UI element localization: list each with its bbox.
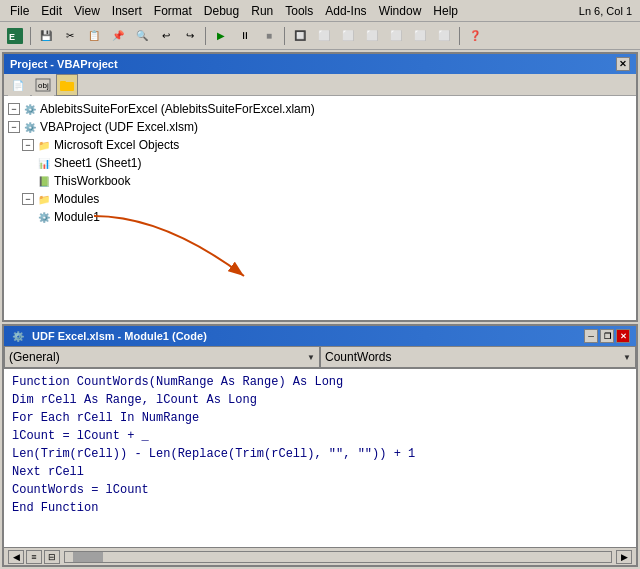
toolbar-excel-icon[interactable]: E <box>4 25 26 47</box>
toolbar-undo-btn[interactable]: ↪ <box>179 25 201 47</box>
horizontal-scrollbar[interactable] <box>64 551 612 563</box>
menu-help[interactable]: Help <box>427 2 464 20</box>
toolbar-paste-btn[interactable]: 📌 <box>107 25 129 47</box>
toolbar-callstack-btn[interactable]: ⬜ <box>433 25 455 47</box>
tree-item-sheet1[interactable]: 📊 Sheet1 (Sheet1) <box>6 154 634 172</box>
menu-window[interactable]: Window <box>373 2 428 20</box>
svg-text:E: E <box>9 32 15 42</box>
code-line-6: Next rCell <box>12 463 628 481</box>
svg-text:obj: obj <box>38 81 49 90</box>
menu-addins[interactable]: Add-Ins <box>319 2 372 20</box>
toolbar-step-btn[interactable]: ⬜ <box>313 25 335 47</box>
menu-tools[interactable]: Tools <box>279 2 319 20</box>
project-panel-title: Project - VBAProject <box>10 58 118 70</box>
line-col-indicator: Ln 6, Col 1 <box>579 5 636 17</box>
toolbar-step-out-btn[interactable]: ⬜ <box>361 25 383 47</box>
tree-label-modules: Modules <box>54 192 99 206</box>
menu-debug[interactable]: Debug <box>198 2 245 20</box>
tree-item-msexcelobjects[interactable]: − 📁 Microsoft Excel Objects <box>6 136 634 154</box>
toolbar-save-btn[interactable]: 💾 <box>35 25 57 47</box>
code-panel-title: UDF Excel.xlsm - Module1 (Code) <box>32 330 207 342</box>
menu-bar: File Edit View Insert Format Debug Run T… <box>0 0 640 22</box>
gear-icon-ablebitssuite: ⚙️ <box>22 101 38 117</box>
code-line-8: End Function <box>12 499 628 517</box>
code-minimize-btn[interactable]: ─ <box>584 329 598 343</box>
menu-file[interactable]: File <box>4 2 35 20</box>
tree-label-thisworkbook: ThisWorkbook <box>54 174 130 188</box>
toolbar-cut-btn[interactable]: ✂ <box>59 25 81 47</box>
countwords-selector-arrow: ▼ <box>623 353 631 362</box>
toolbar-step-over-btn[interactable]: ⬜ <box>337 25 359 47</box>
toolbar-pause-btn[interactable]: ⏸ <box>234 25 256 47</box>
svg-rect-7 <box>60 81 66 85</box>
toolbar-sep-2 <box>205 27 206 45</box>
menu-format[interactable]: Format <box>148 2 198 20</box>
svg-text:📄: 📄 <box>12 79 25 92</box>
code-panel-title-bar: ⚙️ UDF Excel.xlsm - Module1 (Code) ─ ❐ ✕ <box>4 326 636 346</box>
toolbar-sep-1 <box>30 27 31 45</box>
view-code-btn[interactable]: 📄 <box>8 74 30 96</box>
toolbar-run-btn[interactable]: ▶ <box>210 25 232 47</box>
toolbar-help-btn[interactable]: ❓ <box>464 25 486 47</box>
folder-icon-msexcelobjects: 📁 <box>36 137 52 153</box>
toggle-folders-btn[interactable] <box>56 74 78 96</box>
toolbar-sep-3 <box>284 27 285 45</box>
horizontal-scrollbar-thumb <box>73 552 103 562</box>
toolbar-redo-btn[interactable]: ↩ <box>155 25 177 47</box>
view-object-btn[interactable]: obj <box>32 74 54 96</box>
folder-icon-modules: 📁 <box>36 191 52 207</box>
countwords-selector[interactable]: CountWords ▼ <box>320 346 636 368</box>
tree-label-module1: Module1 <box>54 210 100 224</box>
code-line-4: lCount = lCount + _ <box>12 427 628 445</box>
scroll-right-btn[interactable]: ▶ <box>616 550 632 564</box>
project-panel: Project - VBAProject ✕ 📄 obj − ⚙️ Ablebi… <box>2 52 638 322</box>
gear-icon-vbaproject: ⚙️ <box>22 119 38 135</box>
tree-item-modules[interactable]: − 📁 Modules <box>6 190 634 208</box>
menu-run[interactable]: Run <box>245 2 279 20</box>
tree-item-module1[interactable]: ⚙️ Module1 <box>6 208 634 226</box>
expand-vbaproject[interactable]: − <box>8 121 20 133</box>
project-panel-toolbar: 📄 obj <box>4 74 636 96</box>
countwords-selector-text: CountWords <box>325 350 623 364</box>
expand-ablebitssuite[interactable]: − <box>8 103 20 115</box>
tree-item-thisworkbook[interactable]: 📗 ThisWorkbook <box>6 172 634 190</box>
general-selector-arrow: ▼ <box>307 353 315 362</box>
main-area: Project - VBAProject ✕ 📄 obj − ⚙️ Ablebi… <box>0 50 640 569</box>
tree-item-ablebitssuite[interactable]: − ⚙️ AblebitsSuiteForExcel (AblebitsSuit… <box>6 100 634 118</box>
toolbar-stop-btn[interactable]: ■ <box>258 25 280 47</box>
module-icon-module1: ⚙️ <box>36 209 52 225</box>
code-line-5: Len(Trim(rCell)) - Len(Replace(Trim(rCel… <box>12 445 628 463</box>
scroll-left-btn[interactable]: ◀ <box>8 550 24 564</box>
code-close-btn[interactable]: ✕ <box>616 329 630 343</box>
tree-label-sheet1: Sheet1 (Sheet1) <box>54 156 141 170</box>
menu-insert[interactable]: Insert <box>106 2 148 20</box>
tree-item-vbaproject[interactable]: − ⚙️ VBAProject (UDF Excel.xlsm) <box>6 118 634 136</box>
toolbar-breakpoint-btn[interactable]: 🔲 <box>289 25 311 47</box>
view-procedure-btn[interactable]: ≡ <box>26 550 42 564</box>
expand-modules[interactable]: − <box>22 193 34 205</box>
tree-label-vbaproject: VBAProject (UDF Excel.xlsm) <box>40 120 198 134</box>
code-line-7: CountWords = lCount <box>12 481 628 499</box>
toolbar: E 💾 ✂ 📋 📌 🔍 ↩ ↪ ▶ ⏸ ■ 🔲 ⬜ ⬜ ⬜ ⬜ ⬜ ⬜ ❓ <box>0 22 640 50</box>
view-full-module-btn[interactable]: ⊟ <box>44 550 60 564</box>
expand-msexcelobjects[interactable]: − <box>22 139 34 151</box>
toolbar-copy-btn[interactable]: 📋 <box>83 25 105 47</box>
toolbar-watch-btn[interactable]: ⬜ <box>409 25 431 47</box>
code-editor[interactable]: Function CountWords(NumRange As Range) A… <box>4 369 636 547</box>
code-line-3: For Each rCell In NumRange <box>12 409 628 427</box>
tree-label-msexcelobjects: Microsoft Excel Objects <box>54 138 179 152</box>
code-panel: ⚙️ UDF Excel.xlsm - Module1 (Code) ─ ❐ ✕… <box>2 324 638 567</box>
gear-icon-code-panel: ⚙️ <box>10 328 26 344</box>
code-bottom-bar: ◀ ≡ ⊟ ▶ <box>4 547 636 565</box>
toolbar-find-btn[interactable]: 🔍 <box>131 25 153 47</box>
general-selector[interactable]: (General) ▼ <box>4 346 320 368</box>
code-selectors: (General) ▼ CountWords ▼ <box>4 346 636 369</box>
project-panel-close-btn[interactable]: ✕ <box>616 57 630 71</box>
general-selector-text: (General) <box>9 350 307 364</box>
menu-view[interactable]: View <box>68 2 106 20</box>
code-restore-btn[interactable]: ❐ <box>600 329 614 343</box>
toolbar-locals-btn[interactable]: ⬜ <box>385 25 407 47</box>
toolbar-sep-4 <box>459 27 460 45</box>
menu-edit[interactable]: Edit <box>35 2 68 20</box>
project-tree: − ⚙️ AblebitsSuiteForExcel (AblebitsSuit… <box>4 96 636 320</box>
